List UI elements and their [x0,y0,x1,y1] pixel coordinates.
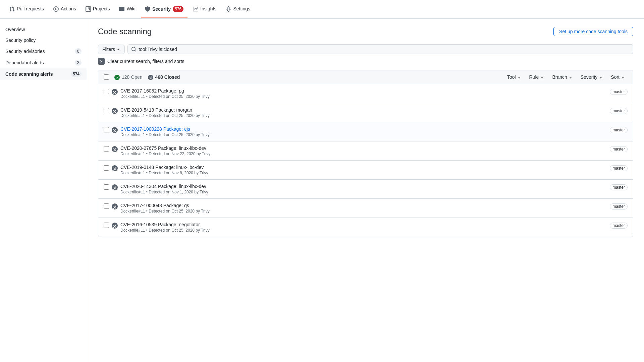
main-content: Code scanning Set up more code scanning … [87,19,644,362]
alert-title: CVE-2020-14304 Package: linux-libc-dev [120,184,607,189]
pull-request-icon [9,6,15,12]
rule-label: Rule [529,74,539,80]
alert-title-text: CVE-2020-27675 Package: linux-libc-dev [120,145,206,151]
sidebar: Overview Security policy Security adviso… [0,19,87,362]
row-checkbox[interactable] [104,146,109,152]
row-checkbox[interactable] [104,165,109,171]
alert-meta: Dockerfile#L1 • Detected on Oct 25, 2020… [120,113,607,118]
sidebar-item-code-scanning-alerts[interactable]: Code scanning alerts 574 [0,68,87,80]
table-row: CVE-2020-14304 Package: linux-libc-dev D… [98,180,633,199]
tab-projects[interactable]: Projects [82,1,114,18]
row-checkbox[interactable] [104,108,109,113]
branch-badge: master [610,184,628,190]
security-badge: 576 [173,6,183,12]
results-header: 128 Open 468 Closed Tool [98,70,633,84]
branch-dropdown[interactable]: Branch [549,73,575,81]
table-row: CVE-2019-0148 Package: linux-libc-dev Do… [98,161,633,180]
select-all-checkbox[interactable] [104,74,109,80]
x-closed-icon [148,74,153,80]
alert-content: CVE-2017-1000228 Package: ejs Dockerfile… [120,126,607,137]
sidebar-overview-label: Overview [5,27,82,32]
sidebar-item-security-policy[interactable]: Security policy [0,35,87,46]
alert-meta: Dockerfile#L1 • Detected on Nov 8, 2020 … [120,171,607,175]
row-checkbox[interactable] [104,127,109,132]
security-icon [145,6,150,12]
tab-projects-label: Projects [93,6,110,11]
alert-meta: Dockerfile#L1 • Detected on Oct 25, 2020… [120,209,607,214]
table-row: CVE-2020-27675 Package: linux-libc-dev D… [98,141,633,161]
sidebar-item-dependabot-alerts[interactable]: Dependabot alerts 2 [0,57,87,68]
tab-insights[interactable]: Insights [189,1,220,18]
tab-insights-label: Insights [200,6,216,11]
alert-title-text: CVE-2017-1000048 Package: qs [120,203,189,208]
code-scanning-badge: 574 [71,71,82,77]
filters-label: Filters [102,47,115,52]
row-checkbox[interactable] [104,203,109,209]
alert-title-link[interactable]: CVE-2017-1000228 Package: ejs [120,126,190,132]
alert-branch: master [610,223,628,229]
alert-branch: master [610,165,628,171]
alert-title: CVE-2017-1000228 Package: ejs [120,126,607,132]
clear-filter-text[interactable]: Clear current search, filters and sorts [107,59,184,64]
settings-icon [226,6,231,12]
tab-wiki[interactable]: Wiki [115,1,139,18]
sidebar-security-policy-label: Security policy [5,38,82,43]
branch-badge: master [610,108,628,114]
alert-content: CVE-2020-14304 Package: linux-libc-dev D… [120,184,607,194]
results-header-left: 128 Open 468 Closed [104,74,180,80]
alert-content: CVE-2017-16082 Package: pg Dockerfile#L1… [120,88,607,99]
tool-dropdown[interactable]: Tool [504,73,524,81]
results-area: 128 Open 468 Closed Tool [98,70,633,237]
alert-meta: Dockerfile#L1 • Detected on Nov 1, 2020 … [120,190,607,194]
filters-button[interactable]: Filters [98,45,125,54]
chevron-down-icon [116,47,120,52]
alert-meta: Dockerfile#L1 • Detected on Oct 25, 2020… [120,94,607,99]
rule-dropdown[interactable]: Rule [527,73,547,81]
closed-count[interactable]: 468 Closed [148,74,180,80]
tab-pull-requests[interactable]: Pull requests [5,1,48,18]
tab-actions[interactable]: Actions [49,1,80,18]
tab-actions-label: Actions [61,6,76,11]
table-row: CVE-2016-10539 Package: negotiator Docke… [98,218,633,237]
open-count-text: 128 Open [122,74,143,80]
alert-title: CVE-2019-0148 Package: linux-libc-dev [120,165,607,170]
results-header-right: Tool Rule [504,73,628,81]
alert-content: CVE-2019-5413 Package: morgan Dockerfile… [120,107,607,118]
clear-filter-button[interactable] [98,58,105,65]
tab-security[interactable]: Security 576 [141,1,187,18]
row-checkbox[interactable] [104,184,109,190]
table-row: CVE-2017-16082 Package: pg Dockerfile#L1… [98,84,633,103]
alert-title-text: CVE-2016-10539 Package: negotiator [120,222,200,227]
filter-bar: Filters [98,44,633,54]
closed-status-icon [112,184,118,190]
tab-wiki-label: Wiki [126,6,135,11]
sidebar-item-overview[interactable]: Overview [0,24,87,35]
row-checkbox[interactable] [104,89,109,94]
page-header: Code scanning Set up more code scanning … [98,27,633,36]
sort-dropdown[interactable]: Sort [608,73,628,81]
alert-title: CVE-2017-16082 Package: pg [120,88,607,94]
search-icon [131,46,137,52]
setup-code-scanning-button[interactable]: Set up more code scanning tools [553,27,633,36]
tab-settings[interactable]: Settings [222,1,254,18]
alert-content: CVE-2017-1000048 Package: qs Dockerfile#… [120,203,607,214]
alert-content: CVE-2019-0148 Package: linux-libc-dev Do… [120,165,607,175]
page-title: Code scanning [98,27,152,36]
sidebar-item-security-advisories[interactable]: Security advisories 0 [0,46,87,57]
row-checkbox[interactable] [104,223,109,228]
branch-badge: master [610,203,628,209]
closed-status-icon [112,108,118,114]
projects-icon [86,6,91,12]
sidebar-security-advisories-label: Security advisories [5,49,75,54]
open-count[interactable]: 128 Open [114,74,143,80]
check-icon [114,74,120,80]
alert-meta: Dockerfile#L1 • Detected on Oct 25, 2020… [120,228,607,233]
alert-meta: Dockerfile#L1 • Detected on Oct 25, 2020… [120,132,607,137]
alert-branch: master [610,184,628,190]
closed-status-icon [112,222,118,228]
branch-badge: master [610,146,628,152]
alert-content: CVE-2020-27675 Package: linux-libc-dev D… [120,145,607,156]
severity-dropdown[interactable]: Severity [578,73,606,81]
search-input[interactable] [139,47,630,52]
clear-filter-bar: Clear current search, filters and sorts [98,58,633,65]
